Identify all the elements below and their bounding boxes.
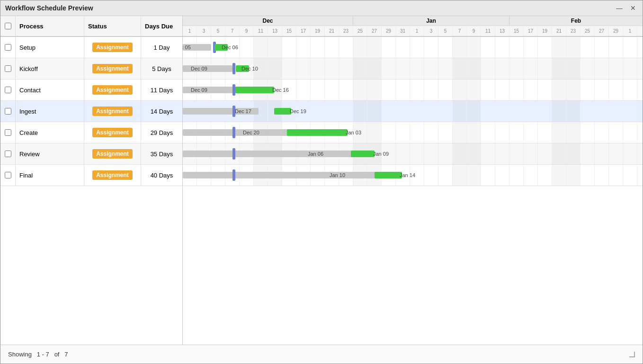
gantt-cell-bg	[524, 122, 538, 143]
month-dec: Dec	[183, 16, 353, 26]
gantt-cell-bg	[495, 80, 509, 100]
gantt-cell-bg	[467, 143, 481, 164]
gantt-cell-bg	[467, 101, 481, 122]
gantt-days-row: 1357911131517192123252729311357911131517…	[183, 26, 643, 36]
status-cell: Assignment	[84, 143, 141, 164]
gantt-cell-bg	[566, 37, 580, 58]
gantt-cell-bg	[211, 37, 225, 58]
gantt-cell-bg	[580, 37, 595, 58]
gantt-cell-bg	[438, 37, 453, 58]
gantt-cell-bg	[382, 165, 396, 186]
daysdue-column-header: Days Due	[141, 16, 182, 36]
process-cell: Final	[16, 165, 84, 186]
minimize-button[interactable]: —	[614, 3, 625, 13]
gantt-cell-bg	[623, 80, 637, 100]
gantt-cell-bg	[296, 80, 311, 100]
gantt-cell-bg	[524, 37, 538, 58]
status-badge: Assignment	[92, 128, 133, 137]
gantt-cell-bg	[495, 165, 509, 186]
row-checkbox-cell[interactable]	[0, 122, 16, 143]
gantt-cell-bg	[481, 80, 495, 100]
gantt-day-cell: 3	[197, 26, 211, 36]
gantt-cell-bg	[325, 143, 339, 164]
row-checkbox[interactable]	[5, 172, 11, 178]
gantt-cell-bg	[197, 101, 211, 122]
gantt-cell-bg	[382, 58, 396, 79]
gantt-cell-bg	[282, 143, 296, 164]
gantt-cell-bg	[509, 37, 524, 58]
gantt-cell-bg	[495, 143, 509, 164]
row-checkbox[interactable]	[5, 108, 11, 115]
row-checkbox[interactable]	[5, 87, 11, 93]
gantt-cell-bg	[367, 122, 382, 143]
gantt-day-cell: 5	[438, 26, 453, 36]
gantt-cell-bg	[311, 37, 325, 58]
gantt-cell-bg	[367, 165, 382, 186]
gantt-cell-bg	[438, 101, 453, 122]
gantt-cell-bg	[282, 37, 296, 58]
row-checkbox[interactable]	[5, 151, 11, 157]
gantt-day-cell: 9	[240, 26, 254, 36]
gantt-cell-bg	[509, 165, 524, 186]
gantt-cell-bg	[367, 101, 382, 122]
gantt-cell-bg	[268, 37, 282, 58]
gantt-cell-bg	[609, 58, 623, 79]
gantt-cell-bg	[609, 37, 623, 58]
gantt-cell-bg	[552, 58, 566, 79]
gantt-cell-bg	[325, 101, 339, 122]
row-checkbox-cell[interactable]	[0, 58, 16, 79]
status-badge: Assignment	[92, 170, 133, 180]
showing-text: Showing 1 - 7 of 7	[8, 351, 68, 358]
gantt-cell-bg	[240, 101, 254, 122]
close-button[interactable]: ✕	[628, 3, 638, 13]
row-checkbox-cell[interactable]	[0, 165, 16, 186]
select-all-checkbox[interactable]	[5, 23, 11, 29]
gantt-cell-bg	[453, 58, 467, 79]
row-checkbox-cell[interactable]	[0, 143, 16, 164]
gantt-cell-bg	[282, 80, 296, 100]
gantt-cell-bg	[197, 165, 211, 186]
gantt-cell-bg	[325, 37, 339, 58]
gantt-day-cell: 3	[637, 26, 643, 36]
gantt-cell-bg	[353, 37, 367, 58]
resize-handle[interactable]	[629, 352, 635, 357]
gantt-cell-bg	[268, 101, 282, 122]
gantt-cell-bg	[637, 122, 643, 143]
status-cell: Assignment	[84, 37, 141, 58]
gantt-cell-bg	[566, 143, 580, 164]
row-checkbox-cell[interactable]	[0, 80, 16, 100]
gantt-day-cell: 1	[410, 26, 424, 36]
gantt-day-cell: 5	[211, 26, 225, 36]
row-checkbox-cell[interactable]	[0, 101, 16, 122]
gantt-cell-bg	[453, 143, 467, 164]
row-checkbox[interactable]	[5, 65, 11, 72]
title-bar: Workflow Schedule Preview — ✕	[0, 0, 643, 16]
gantt-cell-bg	[580, 122, 595, 143]
gantt-cell-bg	[580, 101, 595, 122]
gantt-day-cell: 17	[524, 26, 538, 36]
gantt-cell-bg	[183, 165, 197, 186]
gantt-cell-bg	[453, 101, 467, 122]
gantt-cell-bg	[637, 80, 643, 100]
gantt-cell-bg	[495, 122, 509, 143]
row-checkbox[interactable]	[5, 129, 11, 136]
daysdue-cell: 29 Days	[141, 122, 182, 143]
row-checkbox-cell[interactable]	[0, 37, 16, 58]
gantt-cell-bg	[197, 37, 211, 58]
gantt-cell-bg	[637, 165, 643, 186]
gantt-row: Jan 10 Jan 14	[183, 165, 643, 186]
month-jan: Jan	[353, 16, 509, 26]
row-checkbox[interactable]	[5, 44, 11, 51]
gantt-day-cell: 7	[453, 26, 467, 36]
left-row: Create Assignment 29 Days	[0, 122, 182, 143]
gantt-cell-bg	[268, 80, 282, 100]
gantt-day-cell: 3	[424, 26, 438, 36]
gantt-cell-bg	[254, 122, 268, 143]
gantt-cell-bg	[538, 37, 552, 58]
gantt-cell-bg	[296, 58, 311, 79]
gantt-cell-bg	[325, 58, 339, 79]
left-row: Review Assignment 35 Days	[0, 143, 182, 165]
gantt-cell-bg	[410, 122, 424, 143]
gantt-cell-bg	[296, 165, 311, 186]
gantt-day-cell: 11	[481, 26, 495, 36]
